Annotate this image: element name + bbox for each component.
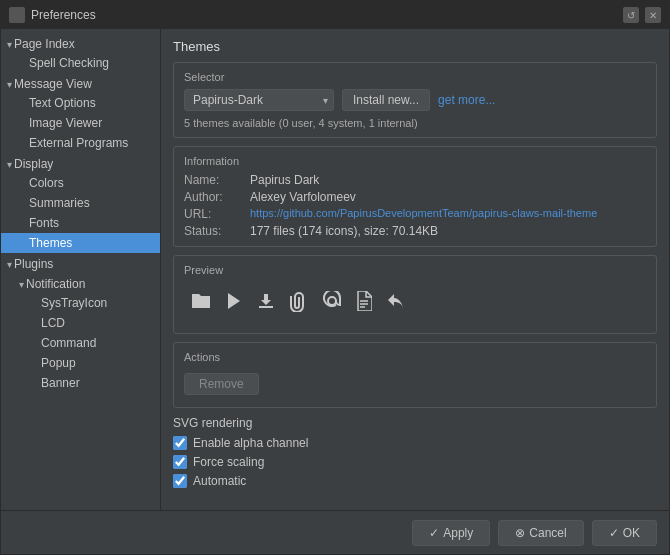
sidebar-item-external-programs[interactable]: External Programs xyxy=(1,133,160,153)
bottom-bar: ✓ Apply ⊗ Cancel ✓ OK xyxy=(1,510,669,554)
enable-alpha-row: Enable alpha channel xyxy=(173,436,657,450)
titlebar: Preferences ↺ ✕ xyxy=(1,1,669,29)
name-label: Name: xyxy=(184,173,244,187)
theme-select[interactable]: Papirus-Dark Default Dark Light xyxy=(184,89,334,111)
section-title: Themes xyxy=(173,39,657,54)
at-icon xyxy=(322,291,342,316)
close-button[interactable]: ✕ xyxy=(645,7,661,23)
theme-select-wrapper: Papirus-Dark Default Dark Light xyxy=(184,89,334,111)
window-title: Preferences xyxy=(31,8,96,22)
force-scaling-label: Force scaling xyxy=(193,455,264,469)
refresh-button[interactable]: ↺ xyxy=(623,7,639,23)
download-icon xyxy=(256,291,276,316)
information-box: Information Name: Papirus Dark Author: A… xyxy=(173,146,657,247)
app-icon xyxy=(9,7,25,23)
ok-label: OK xyxy=(623,526,640,540)
cancel-button[interactable]: ⊗ Cancel xyxy=(498,520,583,546)
arrow-icon: ▾ xyxy=(19,279,24,290)
actions-box-title: Actions xyxy=(184,351,646,363)
sidebar-item-plugins[interactable]: ▾ Plugins xyxy=(1,253,160,273)
url-value: https://github.com/PapirusDevelopmentTea… xyxy=(250,207,646,221)
name-value: Papirus Dark xyxy=(250,173,646,187)
sidebar-item-lcd[interactable]: LCD xyxy=(1,313,160,333)
sidebar-group-label: Display xyxy=(14,157,53,171)
titlebar-controls: ↺ ✕ xyxy=(623,7,661,23)
selector-row: Papirus-Dark Default Dark Light Install … xyxy=(184,89,646,111)
automatic-label: Automatic xyxy=(193,474,246,488)
svg-rect-1 xyxy=(259,306,273,308)
selector-box: Selector Papirus-Dark Default Dark Light… xyxy=(173,62,657,138)
actions-row: Remove xyxy=(184,369,646,399)
svg-rendering-title: SVG rendering xyxy=(173,416,657,430)
ok-button[interactable]: ✓ OK xyxy=(592,520,657,546)
url-label: URL: xyxy=(184,207,244,221)
automatic-checkbox[interactable] xyxy=(173,474,187,488)
sidebar-item-banner[interactable]: Banner xyxy=(1,373,160,393)
ok-icon: ✓ xyxy=(609,526,619,540)
play-icon xyxy=(226,292,242,315)
sidebar-item-image-viewer[interactable]: Image Viewer xyxy=(1,113,160,133)
sidebar-item-summaries[interactable]: Summaries xyxy=(1,193,160,213)
content-panel: Themes Selector Papirus-Dark Default Dar… xyxy=(161,29,669,510)
sidebar-item-colors[interactable]: Colors xyxy=(1,173,160,193)
get-more-button[interactable]: get more... xyxy=(438,91,495,109)
svg-point-2 xyxy=(328,297,336,305)
sidebar-item-message-view[interactable]: ▾ Message View xyxy=(1,73,160,93)
info-grid: Name: Papirus Dark Author: Alexey Varfol… xyxy=(184,173,646,238)
sidebar-item-systrayicon[interactable]: SysTrayIcon xyxy=(1,293,160,313)
sidebar-item-popup[interactable]: Popup xyxy=(1,353,160,373)
force-scaling-checkbox[interactable] xyxy=(173,455,187,469)
sidebar-item-page-index[interactable]: ▾ Page Index xyxy=(1,33,160,53)
sidebar: ▾ Page Index Spell Checking ▾ Message Vi… xyxy=(1,29,161,510)
install-new-button[interactable]: Install new... xyxy=(342,89,430,111)
sidebar-item-fonts[interactable]: Fonts xyxy=(1,213,160,233)
preview-box: Preview xyxy=(173,255,657,334)
preferences-window: Preferences ↺ ✕ ▾ Page Index Spell Check… xyxy=(0,0,670,555)
remove-button[interactable]: Remove xyxy=(184,373,259,395)
document-icon xyxy=(356,291,372,316)
selector-box-title: Selector xyxy=(184,71,646,83)
author-value: Alexey Varfolomeev xyxy=(250,190,646,204)
sidebar-item-spell-checking[interactable]: Spell Checking xyxy=(1,53,160,73)
sidebar-item-text-options[interactable]: Text Options xyxy=(1,93,160,113)
arrow-icon: ▾ xyxy=(7,79,12,90)
preview-box-title: Preview xyxy=(184,264,646,276)
author-label: Author: xyxy=(184,190,244,204)
preview-icons xyxy=(184,282,646,325)
attachment-icon xyxy=(290,290,308,317)
actions-box: Actions Remove xyxy=(173,342,657,408)
sidebar-item-themes[interactable]: Themes xyxy=(1,233,160,253)
sidebar-group-label: Message View xyxy=(14,77,92,91)
apply-label: Apply xyxy=(443,526,473,540)
sidebar-group-label: Page Index xyxy=(14,37,75,51)
sidebar-item-display[interactable]: ▾ Display xyxy=(1,153,160,173)
cancel-icon: ⊗ xyxy=(515,526,525,540)
themes-count: 5 themes available (0 user, 4 system, 1 … xyxy=(184,117,646,129)
titlebar-left: Preferences xyxy=(9,7,96,23)
svg-marker-0 xyxy=(228,293,240,309)
sidebar-group-label: Plugins xyxy=(14,257,53,271)
arrow-icon: ▾ xyxy=(7,39,12,50)
status-label: Status: xyxy=(184,224,244,238)
apply-icon: ✓ xyxy=(429,526,439,540)
arrow-icon: ▾ xyxy=(7,259,12,270)
force-scaling-row: Force scaling xyxy=(173,455,657,469)
main-content: ▾ Page Index Spell Checking ▾ Message Vi… xyxy=(1,29,669,510)
automatic-row: Automatic xyxy=(173,474,657,488)
sidebar-item-notification[interactable]: ▾ Notification xyxy=(1,273,160,293)
enable-alpha-checkbox[interactable] xyxy=(173,436,187,450)
arrow-icon: ▾ xyxy=(7,159,12,170)
apply-button[interactable]: ✓ Apply xyxy=(412,520,490,546)
cancel-label: Cancel xyxy=(529,526,566,540)
enable-alpha-label: Enable alpha channel xyxy=(193,436,308,450)
folder-icon xyxy=(190,292,212,315)
information-box-title: Information xyxy=(184,155,646,167)
svg-rendering-section: SVG rendering Enable alpha channel Force… xyxy=(173,416,657,488)
sidebar-item-command[interactable]: Command xyxy=(1,333,160,353)
reply-icon xyxy=(386,292,406,315)
status-value: 177 files (174 icons), size: 70.14KB xyxy=(250,224,646,238)
sidebar-group-label: Notification xyxy=(26,277,85,291)
